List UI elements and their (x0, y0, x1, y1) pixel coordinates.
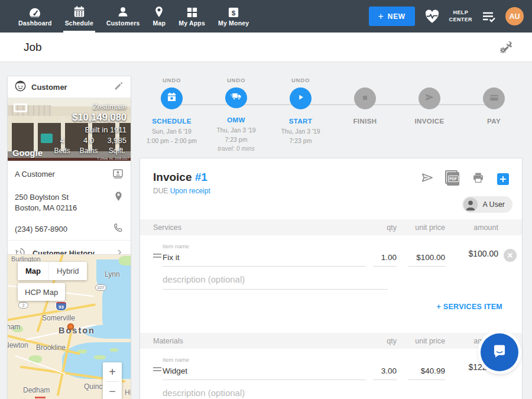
service-item-row: Item name $100.00 (140, 235, 522, 267)
paper-plane-icon (424, 93, 434, 104)
edit-pencil-icon[interactable] (113, 81, 124, 93)
nav-item-schedule[interactable]: Schedule (59, 0, 100, 33)
service-unit-price-input[interactable] (408, 251, 445, 267)
map-label-waltham: ham (8, 323, 20, 331)
pay-step-button[interactable] (483, 87, 505, 109)
nav-item-dashboard[interactable]: Dashboard (12, 0, 59, 33)
page-header: Job (0, 33, 532, 62)
pdf-icon[interactable]: PDF (447, 172, 459, 186)
send-invoice-icon[interactable] (420, 171, 434, 186)
finish-step-button[interactable] (354, 87, 376, 109)
svg-text:$: $ (232, 9, 236, 17)
nav-item-my-apps[interactable]: My Apps (172, 0, 212, 33)
service-qty-input[interactable] (373, 251, 397, 267)
material-qty-input[interactable] (373, 365, 397, 380)
timeline-step-pay: PAY (462, 77, 526, 154)
print-icon[interactable] (472, 171, 485, 186)
help-center-link[interactable]: HELP CENTER (449, 9, 472, 23)
assigned-user-name: A User (482, 200, 505, 209)
nav-label: Customers (106, 20, 140, 27)
photo-pillar (34, 116, 38, 153)
chat-widget-button[interactable] (481, 333, 518, 371)
material-description-input[interactable] (163, 385, 388, 399)
invoice-toolbar: PDF (420, 171, 509, 186)
money-icon: $ (228, 6, 239, 18)
step-label: SCHEDULE (152, 118, 191, 125)
omw-step-button[interactable] (225, 87, 247, 108)
user-bust-icon (463, 197, 478, 212)
nav-item-map[interactable]: Map (147, 0, 173, 33)
hybrid-type-button[interactable]: Hybrid (48, 262, 87, 280)
health-heart-icon[interactable] (424, 9, 440, 24)
new-button[interactable]: + NEW (369, 7, 415, 26)
map-layer-buttons: Map Hybrid (18, 262, 87, 280)
zoom-out-button[interactable]: − (103, 382, 122, 399)
timeline-step-omw: UNDO OMW Thu, Jan 3 '19 7:23 pm travel: … (204, 77, 268, 154)
plus-icon: + (378, 12, 384, 21)
truck-icon (231, 92, 242, 103)
material-unit-price-input[interactable] (408, 365, 445, 380)
tasks-list-icon[interactable] (482, 11, 496, 22)
navbar-actions: + NEW HELP CENTER AU (369, 0, 532, 33)
undo-link[interactable]: UNDO (291, 77, 310, 83)
job-timeline: UNDO SCHEDULE Sun, Jan 6 '19 1:00 pm - 2… (140, 77, 526, 154)
materials-section-header: Materials qty unit price amount (140, 333, 522, 349)
materials-title: Materials (153, 337, 373, 345)
undo-link[interactable]: UNDO (163, 77, 181, 83)
drag-handle-icon[interactable] (153, 365, 161, 373)
assigned-user-pill[interactable]: A User (462, 196, 512, 213)
zestimate-value: $10,149,080 (72, 112, 126, 123)
phone-icon[interactable] (113, 223, 124, 235)
item-name-label: Item name (163, 356, 366, 363)
map-type-button[interactable]: Map (18, 262, 48, 280)
zoom-in-button[interactable]: + (103, 362, 122, 381)
credit-card-icon (489, 93, 499, 104)
customers-icon (117, 6, 129, 18)
fullscreen-icon[interactable] (14, 103, 27, 112)
location-pin-icon[interactable] (113, 191, 124, 204)
step-label: OMW (227, 116, 245, 124)
chat-bubble-icon (490, 342, 509, 363)
map-label-lynn: Lynn (105, 270, 120, 278)
map-zoom-control: + − (103, 362, 122, 399)
route-107-shield: 107 (95, 284, 106, 291)
contact-card-icon[interactable] (112, 168, 124, 181)
customer-card-title: Customer (31, 83, 108, 92)
route-2-shield: 2 (18, 302, 28, 309)
built-year: Built in 1911 (85, 125, 126, 134)
customer-address: 250 Boylston St Boston, MA 02116 (15, 191, 77, 213)
map-location-pin (67, 323, 74, 330)
map-road (35, 397, 46, 398)
item-name-label: Item name (163, 243, 366, 249)
schedule-step-button[interactable] (161, 87, 183, 109)
services-section-header: Services qty unit price amount (140, 219, 522, 235)
app-screen: Dashboard Schedule Customers Map (0, 0, 532, 399)
nav-label: Dashboard (18, 20, 52, 27)
google-logo: Google (12, 148, 43, 158)
due-value-link[interactable]: Upon receipt (170, 187, 210, 195)
property-streetview-photo[interactable]: Zestimate $10,149,080 Built in 1911 4Bed… (8, 98, 131, 161)
drag-handle-icon[interactable] (153, 252, 161, 259)
user-avatar[interactable]: AU (505, 7, 524, 25)
step-label: FINISH (353, 118, 377, 125)
services-title: Services (153, 223, 373, 232)
add-invoice-icon[interactable] (497, 173, 509, 185)
map-label-dedham: Dedham (23, 386, 50, 394)
job-settings-icon[interactable] (499, 40, 513, 54)
schedule-icon (73, 6, 85, 18)
service-description-input[interactable] (163, 272, 388, 290)
undo-link[interactable]: UNDO (227, 77, 245, 83)
nav-item-my-money[interactable]: $ My Money (212, 0, 255, 33)
start-step-button[interactable] (290, 87, 312, 109)
send-icon[interactable] (419, 87, 440, 109)
service-name-input[interactable] (163, 251, 366, 267)
material-name-input[interactable] (163, 365, 366, 380)
map-label-hingham: Hi (125, 388, 131, 397)
hcp-map-button[interactable]: HCP Map (18, 283, 65, 301)
add-services-item-link[interactable]: + SERVICES ITEM (436, 303, 502, 311)
delete-item-icon[interactable] (504, 249, 517, 262)
nav-item-customers[interactable]: Customers (100, 0, 147, 33)
zestimate-label: Zestimate (93, 102, 126, 111)
map-canvas[interactable]: 93 107 2 Burlington Lynn Somerville ham … (8, 255, 131, 399)
customer-phone: (234) 567-8900 (15, 223, 67, 235)
